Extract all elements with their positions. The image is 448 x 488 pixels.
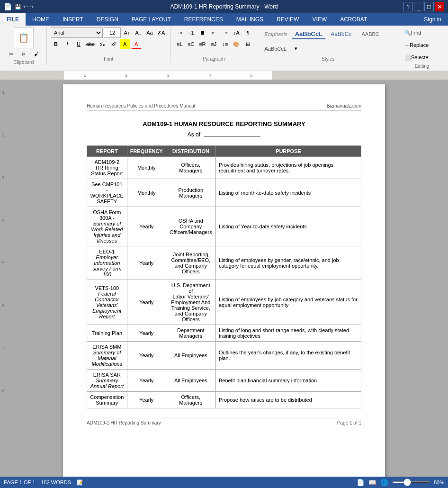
multilevel-btn[interactable]: ≣ xyxy=(197,27,207,38)
col-report: REPORT xyxy=(87,146,127,157)
font-color-btn[interactable]: A xyxy=(131,39,142,49)
document-header: Human Resources Policies and Procedures … xyxy=(87,103,361,111)
cell-purpose: Listing of month-to-date safety incident… xyxy=(215,179,361,207)
show-marks-btn[interactable]: ¶ xyxy=(242,27,253,38)
style-emphasis[interactable]: Emphasis xyxy=(261,30,290,38)
shading-btn[interactable]: 🎨 xyxy=(231,39,242,49)
decrease-font-btn[interactable]: A↓ xyxy=(133,27,143,38)
undo-btn[interactable]: ↩ xyxy=(23,4,27,10)
font-family-select[interactable]: Arial xyxy=(51,27,103,38)
page-count: PAGE 1 OF 1 xyxy=(4,479,35,486)
align-right-btn[interactable]: ≡R xyxy=(197,39,207,49)
borders-btn[interactable]: ⊞ xyxy=(242,39,253,49)
font-size-input[interactable] xyxy=(104,27,121,38)
styles-more-btn[interactable]: ▾ xyxy=(291,44,301,54)
tab-insert[interactable]: INSERT xyxy=(56,13,90,26)
tab-references[interactable]: REFERENCES xyxy=(178,13,230,26)
header-right: Bizmanualz.com xyxy=(327,103,361,108)
bullets-btn[interactable]: ≡• xyxy=(174,27,185,38)
cell-frequency: Monthly xyxy=(127,157,166,179)
cell-frequency: Yearly xyxy=(127,246,166,280)
line-spacing-btn[interactable]: ↕≡ xyxy=(220,39,230,49)
clipboard-label: Clipboard xyxy=(5,59,43,65)
text-highlight-btn[interactable]: A xyxy=(120,39,130,49)
strikethrough-btn[interactable]: abc xyxy=(85,39,96,49)
window-title: ADM109-1 HR Reporting Summary - Word xyxy=(170,3,278,10)
cell-distribution: All Employees xyxy=(166,370,215,392)
save-quick-btn[interactable]: 💾 xyxy=(15,4,21,10)
style-heading1[interactable]: AaBbCcL xyxy=(292,29,326,39)
maximize-btn[interactable]: □ xyxy=(424,2,434,11)
doc-language-icon[interactable]: 📝 xyxy=(77,479,83,486)
table-row: ERISA SMMSummary ofMaterialModifications… xyxy=(87,342,361,370)
zoom-slider[interactable] xyxy=(392,481,430,483)
paste-btn[interactable]: 📋 xyxy=(14,27,34,48)
align-left-btn[interactable]: ≡L xyxy=(174,39,185,49)
cell-distribution: ProductionManagers xyxy=(166,179,215,207)
col-distribution: DISTRIBUTION xyxy=(166,146,215,157)
clipboard-group: 📋 ✂ ⎘ 🖌 Clipboard xyxy=(3,27,47,65)
sort-btn[interactable]: ↕A xyxy=(231,27,242,38)
word-count: 182 WORDS xyxy=(41,479,71,486)
cell-purpose: Benefit plan financial summary informati… xyxy=(215,370,361,392)
cell-report: VETS-100FederalContractorVeterans'Employ… xyxy=(87,280,127,325)
cut-btn[interactable]: ✂ xyxy=(5,49,17,59)
increase-indent-btn[interactable]: ⇥ xyxy=(220,27,230,38)
cell-frequency: Yearly xyxy=(127,392,166,408)
print-layout-btn[interactable]: 📄 xyxy=(357,479,365,486)
style-heading2[interactable]: AaBbCc xyxy=(327,29,355,39)
font-label: Font xyxy=(51,55,166,62)
numbering-btn[interactable]: ≡1 xyxy=(186,27,196,38)
tab-acrobat[interactable]: ACROBAT xyxy=(333,13,374,26)
help-btn[interactable]: ? xyxy=(403,2,413,11)
paragraph-label: Paragraph xyxy=(174,55,253,62)
tab-page-layout[interactable]: PAGE LAYOUT xyxy=(125,13,178,26)
decrease-indent-btn[interactable]: ⇤ xyxy=(208,27,219,38)
tab-review[interactable]: REVIEW xyxy=(270,13,305,26)
superscript-btn[interactable]: x² xyxy=(108,39,119,49)
cell-distribution: U.S. Department ofLabor Veterans'Employm… xyxy=(166,280,215,325)
find-btn[interactable]: 🔍 Find xyxy=(403,27,441,38)
bold-btn[interactable]: B xyxy=(51,39,61,49)
align-center-btn[interactable]: ≡C xyxy=(186,39,196,49)
table-row: Training PlanYearlyDepartmentManagersLis… xyxy=(87,325,361,342)
redo-btn[interactable]: ↪ xyxy=(29,4,34,10)
cell-purpose: Listing of Year-to-date safety incidents xyxy=(215,207,361,246)
page-area: 12345678 Human Resources Policies and Pr… xyxy=(0,80,448,488)
subscript-btn[interactable]: x₂ xyxy=(97,39,108,49)
ribbon-content: 📋 ✂ ⎘ 🖌 Clipboard Arial A↑ xyxy=(0,26,448,71)
italic-btn[interactable]: I xyxy=(62,39,72,49)
replace-btn[interactable]: ↔ Replace xyxy=(403,40,441,50)
increase-font-btn[interactable]: A↑ xyxy=(122,27,132,38)
tab-file[interactable]: FILE xyxy=(0,13,26,26)
ribbon-tabs: FILE HOME INSERT DESIGN PAGE LAYOUT REFE… xyxy=(0,13,448,26)
change-case-btn[interactable]: Aa xyxy=(144,27,155,38)
cell-frequency: Yearly xyxy=(127,207,166,246)
ruler: 12345 xyxy=(0,71,448,80)
sign-in-link[interactable]: Sign in xyxy=(417,13,448,26)
select-btn[interactable]: ⬜ Select ▾ xyxy=(403,52,441,63)
status-bar: PAGE 1 OF 1 182 WORDS 📝 📄 📖 🌐 80% xyxy=(0,477,448,488)
cell-purpose: Propose how raises are to be distributed xyxy=(215,392,361,408)
underline-btn[interactable]: U xyxy=(73,39,84,49)
cell-purpose: Listing of long and short-range needs, w… xyxy=(215,325,361,342)
read-mode-btn[interactable]: 📖 xyxy=(368,479,376,486)
style-normal[interactable]: AaBbCcL xyxy=(261,45,289,53)
styles-group: Emphasis AaBbCcL AaBbCc AABBC AaBbCcL ▾ … xyxy=(259,27,399,62)
format-painter-btn[interactable]: 🖌 xyxy=(30,49,43,59)
tab-mailings[interactable]: MAILINGS xyxy=(230,13,270,26)
minimize-btn[interactable]: _ xyxy=(414,2,423,11)
document-page: Human Resources Policies and Procedures … xyxy=(63,84,385,488)
web-view-btn[interactable]: 🌐 xyxy=(380,479,388,486)
justify-btn[interactable]: ≡J xyxy=(208,39,219,49)
style-heading3[interactable]: AABBC xyxy=(356,30,385,38)
document-footer: ADM109-1 HR Reporting Summary Page 1 of … xyxy=(87,418,361,425)
close-btn[interactable]: ✕ xyxy=(435,2,444,11)
tab-home[interactable]: HOME xyxy=(26,13,56,26)
table-row: See CMP101 -WORKPLACESAFETYMonthlyProduc… xyxy=(87,179,361,207)
cell-distribution: Joint ReportingCommittee/EEO,and Company… xyxy=(166,246,215,280)
tab-design[interactable]: DESIGN xyxy=(90,13,125,26)
clear-format-btn[interactable]: ✗A xyxy=(156,27,166,38)
tab-view[interactable]: VIEW xyxy=(305,13,333,26)
copy-btn[interactable]: ⎘ xyxy=(18,49,30,59)
